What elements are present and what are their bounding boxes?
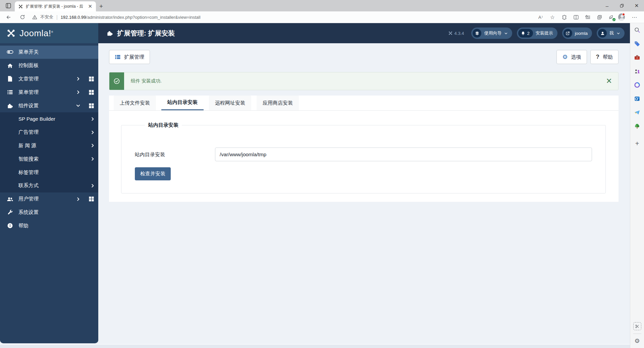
submenu-item-banners[interactable]: 广告管理 <box>0 126 98 139</box>
back-icon[interactable] <box>3 12 13 22</box>
tab-actions-menu-icon[interactable] <box>3 1 13 11</box>
tab-install-from-url[interactable]: 远程网址安装 <box>209 96 251 110</box>
window-restore-button[interactable] <box>614 4 629 8</box>
chevron-right-icon[interactable] <box>76 90 80 95</box>
toolbox-icon[interactable] <box>633 53 641 61</box>
help-button[interactable]: ? 帮助 <box>590 50 619 64</box>
toggle-icon <box>7 49 13 55</box>
document-icon <box>7 75 13 82</box>
notification-count: 2 <box>527 31 529 36</box>
window-minimize-button[interactable]: – <box>600 3 614 9</box>
sidebar-item-components[interactable]: 组件设置 <box>0 99 98 112</box>
split-screen-icon[interactable] <box>571 12 581 22</box>
extensions-manage-button[interactable]: 扩展管理 <box>109 50 150 64</box>
install-from-folder-fieldset: 站内目录安装 站内目录安装 检查并安装 <box>121 122 606 193</box>
webpage: Joomla!® 扩展管理: 扩展安装 4.3.4 使用向导 <box>0 23 630 348</box>
favorites-list-icon[interactable] <box>583 12 592 22</box>
drop-icon[interactable] <box>633 108 641 116</box>
sidebar-item-users[interactable]: 用户管理 <box>0 192 98 206</box>
options-button[interactable]: ⚙ 选项 <box>556 50 587 64</box>
folder-path-input[interactable] <box>215 148 592 161</box>
favorite-star-icon[interactable]: ☆ <box>548 12 557 22</box>
submenu-item-contacts[interactable]: 联系方式 <box>0 179 98 192</box>
dashboard-grid-icon[interactable] <box>89 76 94 82</box>
alert-close-icon[interactable]: ✕ <box>600 72 618 90</box>
read-aloud-icon[interactable]: A⁾ <box>536 12 545 22</box>
games-icon[interactable] <box>633 67 641 75</box>
screenshot-icon[interactable] <box>633 322 641 330</box>
add-icon[interactable]: + <box>635 140 639 148</box>
sidebar-item-dashboard[interactable]: 控制面板 <box>0 59 98 72</box>
brand-text: Joomla!® <box>19 28 53 39</box>
settings-gear-icon[interactable]: ⚙ <box>634 337 640 345</box>
tree-icon[interactable] <box>633 122 641 130</box>
more-menu-icon[interactable]: ⋯ <box>630 12 639 22</box>
search-icon[interactable] <box>633 26 641 34</box>
guided-tour-button[interactable]: 使用向导 <box>471 27 512 39</box>
submenu-item-news-feeds[interactable]: 新 闻 源 <box>0 139 98 153</box>
chevron-right-icon[interactable] <box>76 197 80 201</box>
shopping-tag-icon[interactable] <box>633 40 641 48</box>
user-menu-button[interactable]: 我 <box>597 27 625 39</box>
sidebar-item-label: 菜单开关 <box>18 49 39 55</box>
joomla-main: 扩展管理 ⚙ 选项 ? 帮助 <box>98 43 630 348</box>
chevron-down-icon[interactable] <box>76 103 80 108</box>
submenu-item-label: 标签管理 <box>18 169 39 176</box>
chevron-right-icon[interactable] <box>76 76 80 81</box>
microsoft365-icon[interactable] <box>633 81 641 89</box>
outlook-icon[interactable] <box>633 95 641 103</box>
users-icon <box>7 196 13 202</box>
submenu-item-label: 广告管理 <box>18 129 39 135</box>
url-host: 192.168.0.99 <box>61 15 86 20</box>
submenu-item-label: 智能搜索 <box>18 156 39 162</box>
browser-tab[interactable]: 扩展管理: 扩展安装 - joomla - 后 ✕ <box>15 1 96 11</box>
chevron-right-icon <box>90 117 95 121</box>
tab-close-icon[interactable]: ✕ <box>87 3 93 9</box>
tab-upload-package[interactable]: 上传文件安装 <box>114 96 156 110</box>
sidebar-item-label: 组件设置 <box>18 103 39 109</box>
check-and-install-button[interactable]: 检查并安装 <box>135 167 171 180</box>
check-circle-icon <box>113 78 120 84</box>
collections-add-icon[interactable] <box>595 12 604 22</box>
submenu-item-smart-search[interactable]: 智能搜索 <box>0 152 98 166</box>
dashboard-grid-icon[interactable] <box>89 90 94 95</box>
browser-essentials-icon[interactable] <box>606 12 616 22</box>
view-site-button[interactable]: joomla <box>562 27 592 39</box>
fieldset-legend: 站内目录安装 <box>145 122 182 128</box>
sidebar-item-menu-toggle[interactable]: 菜单开关 <box>0 46 98 59</box>
dashboard-grid-icon[interactable] <box>89 196 94 202</box>
sidebar-item-system[interactable]: 系统设置 <box>0 206 98 219</box>
sidebar-item-label: 用户管理 <box>18 196 39 202</box>
user-icon <box>598 29 607 38</box>
signpost-icon <box>473 29 481 38</box>
window-close-button[interactable]: ✕ <box>629 3 644 9</box>
extensions-puzzle-icon[interactable] <box>559 12 569 22</box>
sidebar-item-content[interactable]: 文章管理 <box>0 72 98 86</box>
question-icon: ? <box>596 54 599 60</box>
profile-avatar[interactable] <box>618 12 628 22</box>
not-secure-warning-icon <box>32 15 37 20</box>
external-link-icon <box>564 29 572 38</box>
post-install-messages-button[interactable]: 2 安装提示 <box>517 27 557 39</box>
joomla-version: 4.3.4 <box>448 31 464 36</box>
submenu-item-label: 联系方式 <box>18 182 39 189</box>
page-url: 192.168.0.99/administrator/index.php?opt… <box>61 15 201 20</box>
extensions-manage-label: 扩展管理 <box>124 54 144 60</box>
joomla-sidebar: 菜单开关 控制面板 文章管理 菜单管理 <box>0 43 98 343</box>
tab-install-from-web[interactable]: 应用商店安装 <box>257 96 299 110</box>
notification-capsule: 2 <box>518 29 533 38</box>
chevron-right-icon <box>90 143 95 148</box>
home-icon <box>7 62 13 69</box>
refresh-icon[interactable] <box>17 12 28 22</box>
sidebar-item-menus[interactable]: 菜单管理 <box>0 85 98 99</box>
tab-install-from-folder[interactable]: 站内目录安装 <box>161 96 204 110</box>
joomla-header: Joomla!® 扩展管理: 扩展安装 4.3.4 使用向导 <box>0 23 630 43</box>
address-bar[interactable]: 不安全 | 192.168.0.99/administrator/index.p… <box>32 14 536 20</box>
dashboard-grid-icon[interactable] <box>89 103 94 109</box>
new-tab-button[interactable]: + <box>99 3 103 10</box>
submenu-item-sp-page-builder[interactable]: SP Page Builder <box>0 112 98 126</box>
puzzle-icon <box>7 102 13 109</box>
submenu-item-tags[interactable]: 标签管理 <box>0 166 98 179</box>
options-label: 选项 <box>571 54 581 60</box>
sidebar-item-help[interactable]: 帮助 <box>0 219 98 232</box>
